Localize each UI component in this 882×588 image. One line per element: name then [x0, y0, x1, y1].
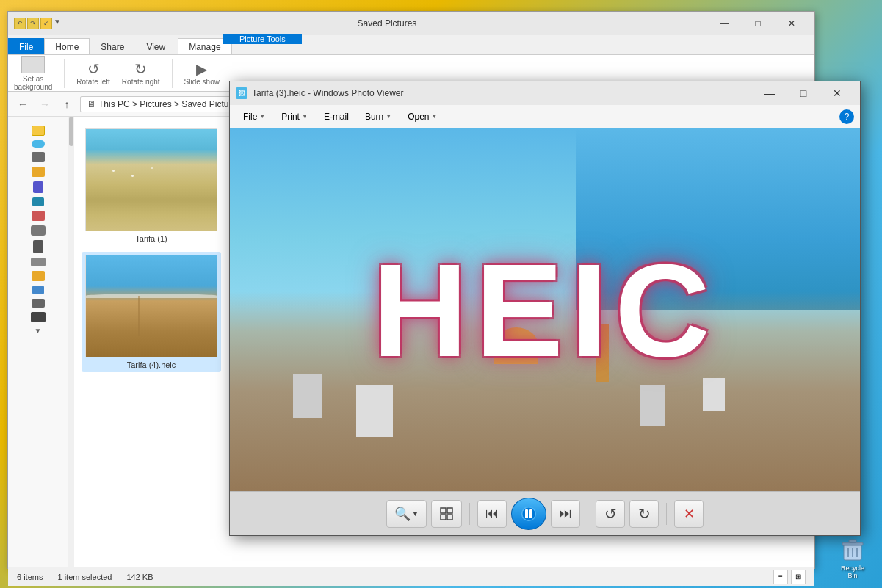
sidebar-item-network[interactable] [31, 312, 46, 322]
ribbon-set-background[interactable]: Set as background [14, 56, 52, 91]
slideshow-button[interactable] [511, 498, 546, 530]
svg-rect-9 [842, 542, 863, 545]
file-thumb-1 [85, 128, 217, 231]
forward-button[interactable]: → [36, 95, 54, 113]
sidebar-item-music[interactable] [32, 211, 45, 221]
menu-open[interactable]: Open ▼ [400, 109, 444, 125]
up-button[interactable]: ↑ [58, 95, 76, 113]
tab-file[interactable]: File [8, 38, 44, 54]
viewer-toolbar: 🔍 ▼ ⏮ [230, 491, 860, 535]
manage-label: Picture Tools [223, 34, 302, 44]
file-item-tarifa4[interactable]: Tarifa (4).heic [82, 252, 221, 372]
menu-email[interactable]: E-mail [317, 109, 356, 125]
sidebar-item-favorites[interactable] [32, 126, 45, 136]
viewer-close-button[interactable]: ✕ [820, 81, 854, 105]
zoom-button[interactable]: 🔍 ▼ [386, 500, 427, 528]
breadcrumb: This PC > Pictures > Saved Pictures [98, 99, 241, 109]
sidebar-item-documents[interactable] [33, 181, 43, 193]
photo-viewer: 🖼 Tarifa (3).heic - Windows Photo Viewer… [229, 81, 861, 536]
rotate-ccw-button[interactable]: ↺ [596, 500, 625, 528]
status-right: ≡ ⊞ [773, 570, 806, 584]
details-view-button[interactable]: ≡ [773, 570, 788, 584]
viewer-title-left: 🖼 Tarifa (3).heic - Windows Photo Viewer [236, 87, 404, 99]
viewer-app-icon: 🖼 [236, 87, 247, 99]
delete-button[interactable]: ✕ [674, 500, 704, 528]
toolbar-sep-3 [666, 503, 667, 525]
recycle-bin[interactable]: Recycle Bin [838, 537, 867, 573]
open-menu-arrow: ▼ [432, 113, 438, 120]
file-item-tarifa1[interactable]: Tarifa (1) [82, 126, 221, 246]
file-thumb-2 [85, 255, 217, 357]
ribbon-slideshow[interactable]: ▶ Slide show [184, 60, 220, 86]
sidebar-item-more1[interactable] [31, 258, 46, 266]
svg-rect-10 [849, 540, 856, 542]
titlebar-controls: — □ ✕ [707, 12, 809, 35]
menu-print[interactable]: Print ▼ [274, 109, 315, 125]
rotate-cw-button[interactable]: ↻ [629, 500, 659, 528]
scrollbar-thumb[interactable] [69, 117, 73, 146]
menu-burn[interactable]: Burn ▼ [358, 109, 399, 125]
print-menu-arrow: ▼ [302, 113, 308, 120]
redo-icon: ↷ [27, 18, 39, 29]
file-menu-arrow: ▼ [259, 113, 265, 120]
minimize-button[interactable]: — [707, 12, 741, 35]
help-button[interactable]: ? [839, 109, 854, 124]
sidebar: ▼ [8, 117, 68, 567]
large-icons-button[interactable]: ⊞ [791, 570, 806, 584]
recycle-bin-label: Recycle Bin [838, 565, 867, 579]
recycle-bin-icon [839, 537, 866, 563]
file-name-1: Tarifa (1) [135, 234, 167, 243]
sidebar-item-onedrive[interactable] [32, 140, 45, 148]
svg-rect-3 [447, 515, 452, 520]
viewer-minimize-button[interactable]: — [753, 81, 787, 105]
menu-file[interactable]: File ▼ [236, 109, 272, 125]
toolbar-sep-2 [588, 503, 588, 525]
undo-icon: ↶ [14, 18, 26, 29]
maximize-button[interactable]: □ [741, 12, 775, 35]
sidebar-item-downloads[interactable] [32, 167, 45, 177]
sidebar-item-more4[interactable] [32, 299, 45, 308]
svg-rect-0 [441, 508, 446, 513]
toolbar-sep-1 [469, 503, 470, 525]
viewer-title: Tarifa (3).heic - Windows Photo Viewer [252, 88, 404, 98]
status-left: 6 items 1 item selected 142 KB [17, 573, 153, 581]
viewer-maximize-button[interactable]: □ [787, 81, 820, 105]
tab-share[interactable]: Share [90, 38, 135, 54]
save-icon: ✓ [40, 18, 52, 29]
sidebar-icons: ▼ [8, 120, 68, 341]
close-button[interactable]: ✕ [775, 12, 809, 35]
sidebar-item-desktop[interactable] [32, 152, 45, 162]
status-bar: 6 items 1 item selected 142 KB ≡ ⊞ [8, 567, 814, 586]
ribbon-rotate-left[interactable]: ↺ Rotate left [76, 60, 110, 86]
svg-rect-6 [525, 509, 528, 518]
titlebar-icons: ↶ ↷ ✓ ▼ [14, 18, 61, 29]
back-button[interactable]: ← [14, 95, 32, 113]
city-photo: HEIC [230, 128, 860, 491]
viewer-image-area: HEIC [230, 128, 860, 491]
sidebar-item-devices[interactable] [33, 240, 43, 253]
file-name-2: Tarifa (4).heic [127, 360, 176, 369]
actual-size-button[interactable] [431, 500, 462, 528]
ribbon-tabs: File Home Share View Manage [8, 35, 814, 54]
viewer-titlebar: 🖼 Tarifa (3).heic - Windows Photo Viewer… [230, 81, 860, 105]
scrollbar-track[interactable] [68, 117, 74, 567]
file-size: 142 KB [126, 573, 153, 581]
svg-rect-2 [441, 515, 446, 520]
explorer-title: Saved Pictures [358, 18, 417, 29]
prev-button[interactable]: ⏮ [477, 500, 507, 528]
svg-rect-1 [447, 508, 452, 513]
sidebar-item-pictures[interactable] [32, 197, 44, 206]
explorer-titlebar: ↶ ↷ ✓ ▼ Saved Pictures — □ ✕ [8, 12, 814, 35]
sidebar-scroll-down[interactable]: ▼ [35, 327, 42, 335]
sidebar-item-more2[interactable] [32, 271, 45, 281]
sidebar-item-more3[interactable] [32, 286, 44, 294]
sidebar-item-thispc[interactable] [31, 225, 46, 236]
viewer-menubar: File ▼ Print ▼ E-mail Burn ▼ Open ▼ ? [230, 105, 860, 128]
burn-menu-arrow: ▼ [386, 113, 391, 120]
heic-label: HEIC [372, 234, 717, 386]
ribbon-rotate-right[interactable]: ↻ Rotate right [122, 60, 160, 86]
next-button[interactable]: ⏭ [551, 500, 580, 528]
selected-count: 1 item selected [57, 573, 112, 581]
tab-home[interactable]: Home [44, 38, 90, 54]
tab-view[interactable]: View [135, 38, 176, 54]
